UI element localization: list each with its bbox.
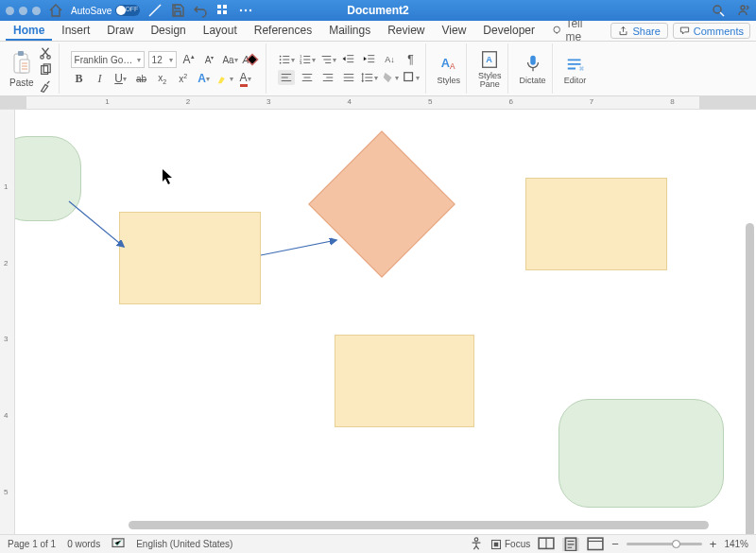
sort-icon[interactable]: A↓ <box>382 52 399 67</box>
cut-icon[interactable] <box>38 46 53 60</box>
align-center-icon[interactable] <box>299 70 316 85</box>
word-count[interactable]: 0 words <box>67 539 100 549</box>
shape-rounded-2[interactable] <box>558 399 724 508</box>
tab-layout[interactable]: Layout <box>196 21 245 41</box>
increase-font-icon[interactable]: A▴ <box>180 52 198 67</box>
change-case-icon[interactable]: Aa▾ <box>222 52 239 67</box>
qat-grid-icon[interactable] <box>215 3 231 18</box>
numbering-icon[interactable]: 123▾ <box>299 52 316 67</box>
bold-button[interactable]: B <box>71 71 88 86</box>
shape-rect-2[interactable] <box>525 178 667 270</box>
close-dot[interactable] <box>6 7 14 15</box>
dictate-button[interactable]: Dictate <box>514 43 553 94</box>
svg-text:A: A <box>487 54 493 63</box>
clear-formatting-icon[interactable]: A <box>243 52 260 67</box>
autosave-toggle[interactable]: AutoSave OFF <box>71 5 140 16</box>
paste-button[interactable]: Paste <box>9 50 34 88</box>
copy-icon[interactable] <box>38 63 53 77</box>
superscript-button[interactable]: x2 <box>175 71 192 86</box>
accessibility-icon[interactable] <box>470 537 483 552</box>
comments-button[interactable]: Comments <box>673 23 750 39</box>
align-right-icon[interactable] <box>319 70 336 85</box>
zoom-out-icon[interactable]: − <box>611 537 619 551</box>
document-title: Document2 <box>347 4 408 17</box>
status-bar: Page 1 of 1 0 words English (United Stat… <box>0 534 756 553</box>
svg-rect-10 <box>18 51 24 56</box>
line-spacing-icon[interactable]: ▾ <box>361 70 378 85</box>
ribbon: Paste Franklin Go…▾ 12▾ A▴ A▾ Aa▾ A B I … <box>0 42 756 96</box>
svg-rect-22 <box>404 73 412 81</box>
save-icon[interactable] <box>170 3 185 18</box>
tell-me[interactable]: Tell me <box>544 21 604 41</box>
tab-home[interactable]: Home <box>6 21 52 41</box>
shape-rect-3[interactable] <box>335 335 474 427</box>
svg-rect-27 <box>530 55 536 64</box>
svg-point-5 <box>245 9 247 11</box>
bullets-icon[interactable]: ▾ <box>278 52 295 67</box>
share-button[interactable]: Share <box>610 23 667 39</box>
font-name-select[interactable]: Franklin Go…▾ <box>71 51 145 68</box>
font-size-select[interactable]: 12▾ <box>148 51 177 68</box>
align-left-icon[interactable] <box>278 70 295 85</box>
undo-icon[interactable] <box>193 3 208 18</box>
zoom-in-icon[interactable]: + <box>710 537 717 551</box>
window-controls[interactable] <box>6 7 41 15</box>
increase-indent-icon[interactable] <box>361 52 378 67</box>
horizontal-scrollbar[interactable] <box>129 521 709 529</box>
show-marks-icon[interactable]: ¶ <box>403 52 420 67</box>
autosave-label: AutoSave <box>71 6 112 16</box>
svg-point-29 <box>474 537 478 541</box>
borders-icon[interactable]: ▾ <box>403 70 420 85</box>
tab-review[interactable]: Review <box>380 21 432 41</box>
decrease-indent-icon[interactable] <box>340 52 357 67</box>
svg-point-13 <box>46 55 50 59</box>
tab-insert[interactable]: Insert <box>54 21 97 41</box>
focus-mode[interactable]: Focus <box>490 539 530 550</box>
document-canvas[interactable] <box>15 110 756 534</box>
minimize-dot[interactable] <box>19 7 27 15</box>
format-painter-icon[interactable] <box>38 80 53 94</box>
shading-icon[interactable]: ▾ <box>382 70 399 85</box>
tab-references[interactable]: References <box>247 21 319 41</box>
ribbon-tabs: Home Insert Draw Design Layout Reference… <box>0 21 756 42</box>
qat-more-icon[interactable] <box>238 3 253 18</box>
page-indicator[interactable]: Page 1 of 1 <box>8 539 56 549</box>
search-icon[interactable] <box>711 3 726 18</box>
styles-gallery[interactable]: AA Styles <box>432 43 468 94</box>
italic-button[interactable]: I <box>92 71 109 86</box>
line-tool-icon[interactable] <box>147 3 163 18</box>
tab-mailings[interactable]: Mailings <box>321 21 378 41</box>
font-color-icon[interactable]: A▾ <box>237 71 254 86</box>
tab-draw[interactable]: Draw <box>99 21 141 41</box>
svg-text:A: A <box>441 55 450 69</box>
editor-button[interactable]: Editor <box>558 43 593 94</box>
styles-pane-button[interactable]: A Styles Pane <box>472 43 508 94</box>
sync-icon[interactable] <box>735 3 750 18</box>
spellcheck-icon[interactable] <box>112 538 125 551</box>
justify-icon[interactable] <box>340 70 357 85</box>
print-layout-icon[interactable] <box>562 538 579 551</box>
zoom-level[interactable]: 141% <box>724 539 748 549</box>
zoom-slider[interactable] <box>627 543 702 545</box>
shape-rect-1[interactable] <box>119 212 261 304</box>
maximize-dot[interactable] <box>32 7 41 15</box>
vertical-scrollbar[interactable] <box>746 223 754 534</box>
home-icon[interactable] <box>48 3 63 18</box>
svg-point-7 <box>713 6 721 13</box>
strikethrough-button[interactable]: ab <box>133 71 150 86</box>
text-effects-icon[interactable]: A▾ <box>196 71 213 86</box>
web-layout-icon[interactable] <box>587 538 604 551</box>
tab-developer[interactable]: Developer <box>475 21 542 41</box>
horizontal-ruler[interactable]: 1 2 3 4 5 6 7 8 <box>0 96 756 110</box>
underline-button[interactable]: U▾ <box>112 71 129 86</box>
highlight-icon[interactable]: ▾ <box>216 71 233 86</box>
svg-point-17 <box>279 59 281 60</box>
tab-design[interactable]: Design <box>143 21 193 41</box>
subscript-button[interactable]: x2 <box>154 71 171 86</box>
read-mode-icon[interactable] <box>538 538 555 551</box>
vertical-ruler[interactable]: 1 2 3 4 5 <box>0 110 15 534</box>
language-indicator[interactable]: English (United States) <box>136 539 232 549</box>
multilevel-list-icon[interactable]: ▾ <box>319 52 336 67</box>
tab-view[interactable]: View <box>435 21 474 41</box>
decrease-font-icon[interactable]: A▾ <box>201 52 218 67</box>
